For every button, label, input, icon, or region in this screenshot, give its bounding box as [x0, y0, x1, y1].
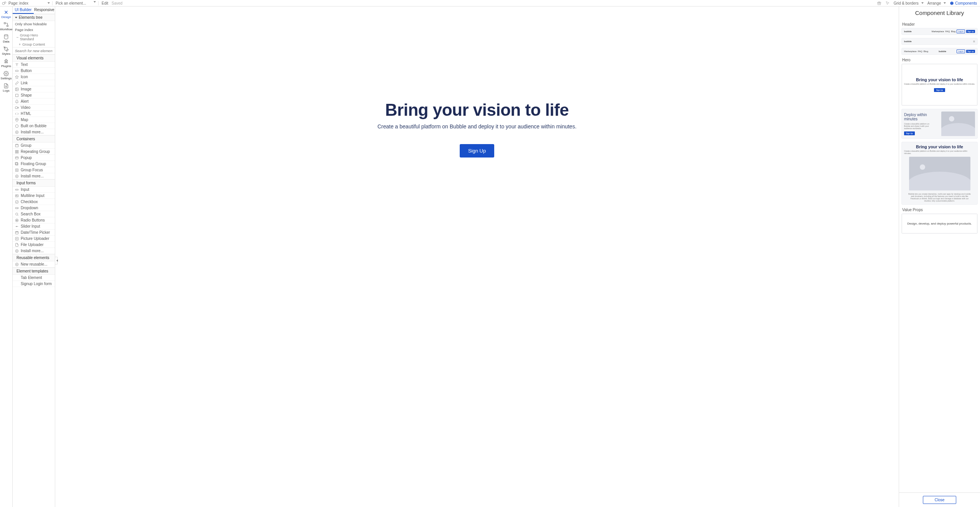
rail-design[interactable]: Design	[0, 8, 12, 20]
svg-rect-29	[16, 200, 18, 203]
mini-login: Log in	[957, 49, 965, 53]
inputs-item[interactable]: Picture Uploader	[13, 236, 55, 242]
multiline-input-icon	[15, 194, 19, 198]
inputs-item[interactable]: Dropdown	[13, 205, 55, 211]
tree-group-content[interactable]: + Group Content	[13, 42, 55, 47]
inputs-item[interactable]: Multiline Input	[13, 193, 55, 199]
svg-point-6	[4, 34, 8, 36]
svg-point-33	[16, 220, 18, 221]
templates-head[interactable]: Element templates	[13, 267, 55, 275]
visual-item[interactable]: Link	[13, 80, 55, 86]
rail-styles[interactable]: Styles	[0, 45, 12, 57]
visual-item[interactable]: Icon	[13, 74, 55, 80]
visual-item[interactable]: Install more...	[13, 129, 55, 135]
collapse-panel-button[interactable]	[55, 257, 58, 264]
header-component-3[interactable]: Marketplace FAQ Blog bubble Log in Sign …	[901, 48, 978, 55]
inputs-item[interactable]: Slider Input	[13, 223, 55, 230]
chevron-down-icon	[48, 2, 50, 4]
inputs-item[interactable]: Date/Time Picker	[13, 230, 55, 236]
containers-head[interactable]: Containers	[13, 135, 55, 143]
visual-item[interactable]: Built on Bubble	[13, 123, 55, 129]
chevron-down-icon	[921, 2, 924, 4]
hero-component-1[interactable]: Bring your vision to life Create a beaut…	[901, 64, 978, 106]
containers-item[interactable]: Repeating Group	[13, 149, 55, 155]
rail-logs[interactable]: Logs	[0, 82, 12, 94]
gift-icon[interactable]	[877, 1, 881, 5]
mini-nav: Marketplace FAQ Blog Log in Sign up	[932, 30, 975, 33]
inputs-item[interactable]: Radio Buttons	[13, 217, 55, 223]
containers-item-label: Floating Group	[21, 162, 46, 166]
inputs-head[interactable]: Input forms	[13, 179, 55, 187]
inputs-item[interactable]: Input	[13, 187, 55, 193]
visual-item[interactable]: Image	[13, 86, 55, 92]
input-icon	[15, 188, 19, 192]
arrange-menu[interactable]: Arrange	[927, 1, 946, 5]
signup-button[interactable]: Sign Up	[460, 144, 494, 158]
containers-item[interactable]: Popup	[13, 155, 55, 161]
visual-item[interactable]: Button	[13, 68, 55, 74]
grid-borders-label: Grid & borders	[894, 1, 919, 5]
hero-component-3[interactable]: Bring your vision to life Create a beaut…	[901, 142, 978, 205]
hero-title[interactable]: Bring your vision to life	[377, 100, 576, 120]
visual-item[interactable]: HTML	[13, 111, 55, 117]
rail-workflow[interactable]: Workflow	[0, 20, 12, 33]
mini-hero3-sub: Create a beautiful platform on Bubble an…	[904, 150, 975, 154]
containers-item-label: Repeating Group	[21, 149, 50, 154]
rail-plugins[interactable]: Plugins	[0, 57, 12, 69]
containers-item[interactable]: Group	[13, 143, 55, 149]
containers-item[interactable]: Group Focus	[13, 167, 55, 173]
grid-borders-menu[interactable]: Grid & borders	[894, 1, 924, 5]
visual-item-label: Image	[21, 87, 31, 91]
visual-elements-head[interactable]: Visual elements	[13, 54, 55, 62]
rail-settings[interactable]: Settings	[0, 69, 12, 82]
visual-item[interactable]: Alert	[13, 98, 55, 105]
containers-label: Containers	[16, 137, 35, 141]
inputs-item[interactable]: Install more...	[13, 248, 55, 254]
visual-item[interactable]: Shape	[13, 92, 55, 98]
components-label: Components	[955, 1, 977, 5]
cursor-icon[interactable]	[885, 1, 890, 5]
tree-group-hero[interactable]: – Group Hero Standard	[13, 33, 55, 42]
hero-component-2[interactable]: Deploy within minutes Create a beautiful…	[901, 109, 978, 139]
search-elements-input[interactable]	[13, 47, 55, 54]
rail-data[interactable]: Data	[0, 33, 12, 45]
tab-element-icon	[15, 276, 19, 280]
visual-item[interactable]: Video	[13, 105, 55, 111]
svg-rect-35	[15, 231, 18, 234]
header-component-2[interactable]: bubble ≡	[901, 38, 978, 45]
hero-subtitle[interactable]: Create a beautiful platform on Bubble an…	[377, 123, 576, 130]
containers-item[interactable]: Floating Group	[13, 161, 55, 167]
header-component-1[interactable]: bubble Marketplace FAQ Blog Log in Sign …	[901, 28, 978, 35]
file-uploader-icon	[15, 243, 19, 247]
templates-item[interactable]: Signup Login form	[13, 281, 55, 287]
arrange-label: Arrange	[927, 1, 941, 5]
reusable-item[interactable]: New reusable...	[13, 261, 55, 267]
visual-item[interactable]: Text	[13, 62, 55, 68]
page-dropdown[interactable]: Page: index	[8, 1, 53, 5]
visual-item[interactable]: Map	[13, 117, 55, 123]
inputs-item-label: Slider Input	[21, 224, 40, 228]
edit-label[interactable]: Edit	[102, 1, 108, 5]
templates-item[interactable]: Tab Element	[13, 275, 55, 281]
canvas[interactable]: Bring your vision to life Create a beaut…	[55, 7, 899, 507]
tab-ui-builder[interactable]: UI Builder	[13, 7, 34, 14]
inputs-item[interactable]: Checkbox	[13, 199, 55, 205]
value-props-component-1[interactable]: Design, develop, and deploy powerful pro…	[901, 213, 978, 234]
containers-item[interactable]: Install more...	[13, 173, 55, 179]
elements-tree-head[interactable]: Elements tree	[13, 14, 55, 21]
chevron-down-icon	[15, 17, 17, 18]
lib-section-hero: Hero	[902, 58, 977, 62]
inputs-item[interactable]: Search Box	[13, 211, 55, 217]
hero-group[interactable]: Bring your vision to life Create a beaut…	[377, 100, 576, 158]
visual-item-label: Icon	[21, 75, 28, 79]
close-button[interactable]: Close	[923, 496, 957, 504]
mini-nav-left: Marketplace FAQ Blog	[904, 50, 928, 53]
reusable-head[interactable]: Reusable elements	[13, 254, 55, 261]
tab-responsive[interactable]: Responsive	[34, 7, 55, 14]
pick-element-dropdown[interactable]: Pick an element...	[53, 1, 99, 5]
tree-page[interactable]: Page index	[13, 27, 55, 33]
components-button[interactable]: Components	[950, 1, 977, 5]
only-hideable-toggle[interactable]: Only show hideable	[13, 21, 55, 27]
inputs-item[interactable]: File Uploader	[13, 242, 55, 248]
component-library-title: Component Library	[899, 7, 980, 20]
